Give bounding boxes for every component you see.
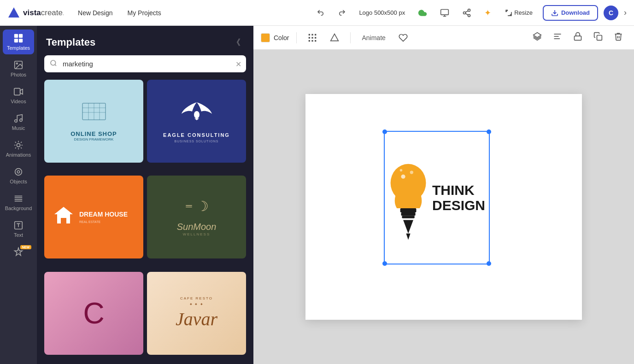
search-input[interactable]: [44, 55, 246, 72]
heart-button[interactable]: [395, 31, 411, 44]
svg-rect-53: [400, 208, 417, 212]
animations-icon: [13, 140, 23, 150]
svg-rect-51: [597, 35, 602, 41]
toolbar-divider-1: [296, 32, 297, 43]
tpl-pink-letter: C: [83, 299, 104, 328]
svg-point-5: [468, 14, 470, 17]
color-swatch[interactable]: [261, 33, 270, 42]
text-style-button[interactable]: [326, 31, 343, 44]
templates-panel: Templates 《 ✕: [37, 26, 253, 364]
svg-rect-38: [315, 34, 316, 35]
handle-top-left[interactable]: [382, 129, 387, 134]
design-text: THINKDESIGN: [432, 182, 485, 213]
download-button[interactable]: Download: [543, 5, 598, 21]
sunmoon-moon-icon: ☽: [196, 198, 209, 214]
template-card-dream-house[interactable]: DREAM HOUSE REAL ESTATE: [44, 176, 143, 258]
svg-rect-37: [312, 34, 313, 35]
design-inner: THINKDESIGN: [385, 132, 489, 264]
tpl-javar-title: Javar: [176, 308, 217, 330]
resize-button[interactable]: Resize: [500, 6, 537, 19]
template-card-javar[interactable]: CAFE RESTO ✦ ✦ ✦ Javar: [147, 272, 246, 355]
toolbar-right: [529, 30, 627, 45]
svg-point-23: [51, 60, 56, 65]
canvas-viewport[interactable]: THINKDESIGN: [253, 50, 634, 364]
handle-bottom-right[interactable]: [487, 261, 491, 266]
svg-marker-56: [403, 220, 413, 234]
main-area: Templates Photos Videos Music Animations: [0, 26, 634, 364]
svg-rect-55: [402, 216, 414, 218]
star-icon-btn[interactable]: ✦: [481, 5, 495, 21]
svg-point-30: [194, 111, 200, 118]
canvas-page: THINKDESIGN: [305, 94, 582, 320]
svg-point-17: [17, 170, 20, 173]
tpl-eagle-title: EAGLE CONSULTING: [163, 132, 230, 138]
handle-top-right[interactable]: [487, 129, 491, 134]
svg-point-59: [400, 169, 402, 171]
template-card-sunmoon[interactable]: ☽ SunMoon WELLNESS: [147, 176, 246, 258]
sidebar-item-templates[interactable]: Templates: [3, 29, 34, 54]
svg-point-4: [464, 12, 466, 14]
tpl-javar-above: CAFE RESTO: [180, 296, 213, 300]
sidebar: Templates Photos Videos Music Animations: [0, 26, 37, 364]
svg-marker-31: [54, 207, 73, 214]
redo-button[interactable]: [334, 6, 350, 20]
tpl-eagle-sub: BUSINESS SOLUTIONS: [175, 140, 219, 143]
my-projects-button[interactable]: My Projects: [123, 6, 166, 19]
svg-rect-1: [12, 13, 16, 17]
templates-icon: [13, 33, 23, 43]
tpl-online-shop-sub: DESIGN FRAMEWORK: [74, 137, 114, 141]
monitor-button[interactable]: [436, 6, 453, 20]
svg-rect-12: [14, 88, 20, 95]
templates-grid: ONLINE SHOP DESIGN FRAMEWORK EAG: [37, 80, 253, 364]
canvas-area: Color Animate: [253, 26, 634, 364]
tpl-dream-title: DREAM HOUSE: [79, 211, 128, 218]
color-label[interactable]: Color: [274, 34, 289, 41]
undo-button[interactable]: [313, 6, 329, 20]
top-navigation: vistacreate. New Design My Projects Logo…: [0, 0, 634, 26]
sidebar-item-videos[interactable]: Videos: [3, 83, 34, 108]
search-clear-button[interactable]: ✕: [235, 59, 241, 68]
sidebar-item-music[interactable]: Music: [3, 110, 34, 135]
logo[interactable]: vistacreate.: [7, 6, 64, 19]
canvas-size-button[interactable]: Logo 500x500 px: [355, 7, 409, 18]
svg-marker-57: [406, 234, 410, 240]
lock-button[interactable]: [569, 30, 586, 45]
search-icon: [50, 59, 57, 69]
svg-point-58: [401, 175, 405, 179]
sidebar-item-background[interactable]: Background: [3, 190, 34, 215]
svg-rect-9: [19, 39, 23, 42]
duplicate-button[interactable]: [590, 30, 606, 45]
template-card-eagle-consulting[interactable]: EAGLE CONSULTING BUSINESS SOLUTIONS: [147, 80, 246, 163]
panel-collapse-button[interactable]: 《: [229, 35, 244, 50]
sidebar-item-photos[interactable]: Photos: [3, 56, 34, 81]
delete-button[interactable]: [610, 30, 627, 45]
sidebar-item-ai[interactable]: NEW: [3, 243, 34, 263]
user-avatar[interactable]: C: [604, 6, 618, 20]
sidebar-item-objects[interactable]: Objects: [3, 163, 34, 188]
svg-point-60: [410, 170, 413, 174]
align-button[interactable]: [549, 30, 566, 45]
design-element[interactable]: THINKDESIGN: [384, 131, 490, 264]
nav-more-button[interactable]: ›: [624, 8, 627, 18]
cloud-save-button[interactable]: [414, 6, 431, 20]
sidebar-item-animations[interactable]: Animations: [3, 136, 34, 161]
handle-bottom-left[interactable]: [382, 261, 387, 266]
share-button[interactable]: [458, 6, 475, 20]
svg-point-14: [20, 119, 23, 122]
pattern-button[interactable]: [304, 31, 321, 44]
sunmoon-lines-icon: [184, 203, 194, 212]
panel-header: Templates 《: [37, 26, 253, 55]
svg-rect-36: [309, 34, 310, 35]
text-icon: [13, 220, 23, 230]
layers-button[interactable]: [529, 30, 546, 45]
sidebar-label-objects: Objects: [10, 179, 27, 184]
template-card-pink-c[interactable]: C: [44, 272, 143, 355]
animate-button[interactable]: Animate: [358, 32, 389, 43]
svg-rect-8: [14, 39, 18, 42]
sidebar-label-music: Music: [12, 125, 25, 131]
template-card-online-shop[interactable]: ONLINE SHOP DESIGN FRAMEWORK: [44, 80, 143, 163]
canvas-size-label: Logo 500x500 px: [359, 9, 405, 16]
sidebar-item-text[interactable]: Text: [3, 217, 34, 241]
svg-rect-7: [19, 34, 23, 38]
new-design-button[interactable]: New Design: [73, 6, 117, 19]
